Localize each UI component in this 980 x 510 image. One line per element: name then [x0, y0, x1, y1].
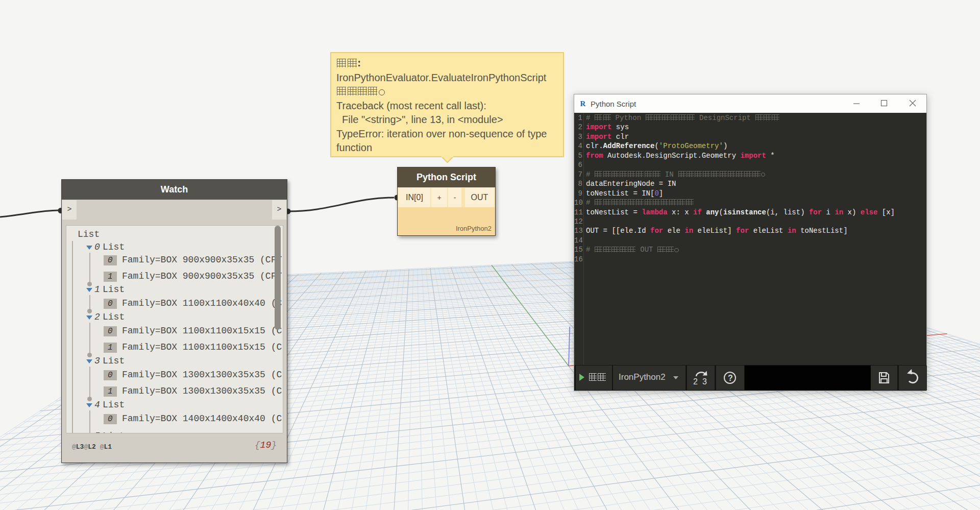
svg-text:2: 2: [693, 377, 698, 386]
svg-text:3: 3: [702, 377, 707, 386]
svg-text:?: ?: [728, 374, 733, 382]
